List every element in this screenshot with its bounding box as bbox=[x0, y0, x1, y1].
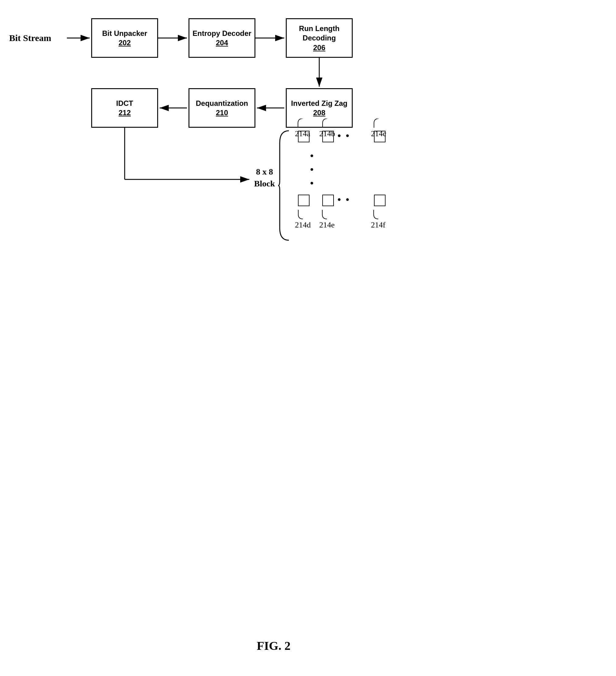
cell-214d bbox=[298, 194, 310, 206]
callout-214a-text: 214a bbox=[295, 129, 311, 138]
dots-top-row: • • bbox=[337, 130, 350, 142]
idct-label: IDCT bbox=[116, 99, 133, 108]
entropy-decoder-number: 204 bbox=[216, 38, 228, 47]
curly-brace bbox=[277, 128, 292, 243]
cell-214e bbox=[322, 194, 334, 206]
callout-214e-text: 214e bbox=[319, 220, 335, 230]
box-bit-unpacker: Bit Unpacker 202 bbox=[91, 18, 158, 58]
cell-214f bbox=[374, 194, 386, 206]
callout-214a: 214a bbox=[295, 119, 311, 138]
callout-214e: 214e bbox=[319, 210, 335, 230]
block-label-text: 8 x 8Block bbox=[254, 167, 275, 188]
bit-unpacker-label: Bit Unpacker bbox=[102, 29, 147, 38]
run-length-label: Run Length Decoding bbox=[287, 24, 352, 43]
fig-caption: FIG. 2 bbox=[213, 638, 334, 653]
callout-214f: 214f bbox=[371, 210, 386, 230]
callout-214d: 214d bbox=[295, 210, 311, 230]
dequantization-number: 210 bbox=[216, 108, 228, 117]
inverted-zigzag-number: 208 bbox=[313, 108, 325, 117]
callout-214b: 214b bbox=[319, 119, 335, 138]
callout-214f-text: 214f bbox=[371, 220, 386, 230]
box-idct: IDCT 212 bbox=[91, 88, 158, 128]
box-entropy-decoder: Entropy Decoder 204 bbox=[188, 18, 256, 58]
callout-214c: 214c bbox=[371, 119, 386, 138]
dots-col1: ••• bbox=[310, 149, 314, 190]
run-length-number: 206 bbox=[313, 43, 325, 52]
idct-number: 212 bbox=[119, 108, 131, 117]
box-dequantization: Dequantization 210 bbox=[188, 88, 256, 128]
inverted-zigzag-label: Inverted Zig Zag bbox=[291, 99, 347, 108]
dequantization-label: Dequantization bbox=[196, 99, 248, 108]
callout-214d-text: 214d bbox=[295, 220, 311, 230]
block-label: 8 x 8Block bbox=[249, 166, 280, 189]
box-run-length: Run Length Decoding 206 bbox=[286, 18, 353, 58]
diagram-container: Bit Stream Bit Unpacker 202 Entropy Deco… bbox=[0, 0, 616, 676]
bit-stream-label: Bit Stream bbox=[9, 33, 51, 43]
bit-unpacker-number: 202 bbox=[119, 38, 131, 47]
dots-bottom-row: • • bbox=[337, 194, 350, 205]
entropy-decoder-label: Entropy Decoder bbox=[192, 29, 251, 38]
callout-214c-text: 214c bbox=[371, 129, 386, 138]
callout-214b-text: 214b bbox=[319, 129, 335, 138]
